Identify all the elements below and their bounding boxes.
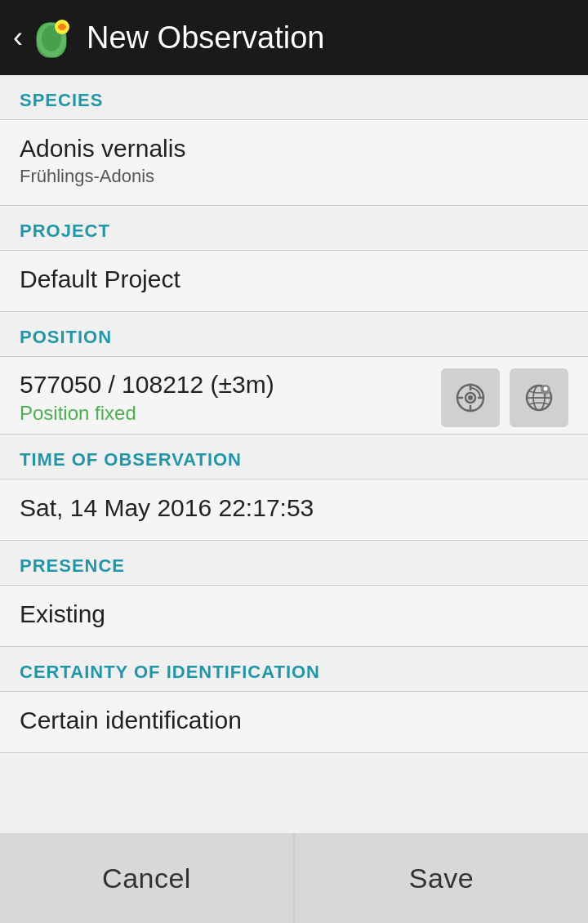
footer: Cancel Save xyxy=(0,833,588,923)
back-icon[interactable]: ‹ xyxy=(13,20,23,55)
time-value[interactable]: Sat, 14 May 2016 22:17:53 xyxy=(0,479,588,540)
position-status: Position fixed xyxy=(20,402,441,425)
app-header: ‹ New Observation xyxy=(0,0,588,75)
page-title: New Observation xyxy=(87,20,324,56)
presence-label: PRESENCE xyxy=(0,541,588,585)
time-label: TIME OF OBSERVATION xyxy=(0,435,588,479)
position-buttons xyxy=(441,368,568,427)
species-secondary: Frühlings-Adonis xyxy=(20,166,568,187)
time-primary: Sat, 14 May 2016 22:17:53 xyxy=(20,494,568,522)
gps-icon xyxy=(454,381,487,414)
svg-rect-5 xyxy=(58,25,66,29)
project-label: PROJECT xyxy=(0,206,588,250)
species-label: SPECIES xyxy=(0,75,588,119)
certainty-value[interactable]: Certain identification xyxy=(0,692,588,752)
project-value[interactable]: Default Project xyxy=(0,251,588,311)
position-text: 577050 / 108212 (±3m) Position fixed xyxy=(20,371,441,425)
svg-point-12 xyxy=(468,395,473,400)
position-row: 577050 / 108212 (±3m) Position fixed xyxy=(0,357,588,434)
svg-point-17 xyxy=(544,387,548,391)
position-label: POSITION xyxy=(0,312,588,356)
app-logo xyxy=(29,16,74,60)
cancel-button[interactable]: Cancel xyxy=(0,833,293,923)
save-button[interactable]: Save xyxy=(295,833,588,923)
presence-value[interactable]: Existing xyxy=(0,586,588,646)
presence-primary: Existing xyxy=(20,600,568,628)
certainty-primary: Certain identification xyxy=(20,707,568,734)
spacer xyxy=(0,753,588,833)
certainty-label: CERTAINTY OF IDENTIFICATION xyxy=(0,647,588,691)
position-coords: 577050 / 108212 (±3m) xyxy=(20,371,441,399)
species-primary: Adonis vernalis xyxy=(20,135,568,163)
species-value[interactable]: Adonis vernalis Frühlings-Adonis xyxy=(0,120,588,205)
gps-button[interactable] xyxy=(441,368,500,427)
main-content: SPECIES Adonis vernalis Frühlings-Adonis… xyxy=(0,75,588,833)
project-primary: Default Project xyxy=(20,265,568,293)
map-button[interactable] xyxy=(510,368,568,427)
map-icon xyxy=(523,381,555,414)
